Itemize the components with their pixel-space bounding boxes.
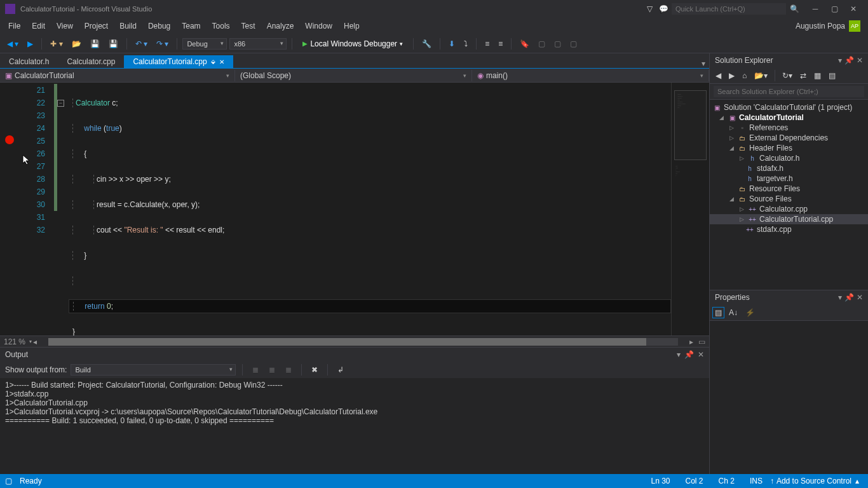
output-clear-icon[interactable]: ✖ [308,363,321,376]
code-editor[interactable]: 212223242526272829303132 − Calculator c;… [0,83,709,336]
maximize-button[interactable]: ▢ [825,4,844,13]
close-button[interactable]: ✕ [844,4,863,13]
scroll-left-icon[interactable]: ◂ [32,337,38,346]
source-control-add-icon[interactable]: ↑ [770,477,776,485]
se-collapse-icon[interactable]: ⇄ [797,69,810,82]
menu-tools[interactable]: Tools [207,19,236,33]
se-refresh-icon[interactable]: ↻▾ [779,69,796,82]
menu-help[interactable]: Help [338,19,365,33]
menu-team[interactable]: Team [176,19,206,33]
output-wrap-icon[interactable]: ↲ [334,363,347,376]
notifications-icon[interactable]: ▽ [644,3,656,15]
se-back-icon[interactable]: ◀ [712,69,724,82]
menu-view[interactable]: View [51,19,79,33]
se-drop-icon[interactable]: ▾ [838,56,842,65]
se-sync-icon[interactable]: 📂▾ [751,69,771,82]
source-control-drop-icon[interactable]: ▴ [851,477,863,485]
folder-icon: 🗀 [738,184,747,193]
undo-icon[interactable]: ↶ ▾ [132,37,151,50]
menu-edit[interactable]: Edit [26,19,51,33]
se-props-icon[interactable]: ▤ [825,69,839,82]
output-tb-2[interactable]: ≣ [266,363,278,376]
nav-scope-combo[interactable]: (Global Scope) [235,70,472,81]
output-close-icon[interactable]: ✕ [698,350,704,359]
prop-pin-icon[interactable]: 📌 [844,293,854,302]
se-fwd-icon[interactable]: ▶ [726,69,738,82]
tab-calculator-h[interactable]: Calculator.h [0,55,58,68]
output-tb-1[interactable]: ≣ [249,363,262,376]
prop-close-icon[interactable]: ✕ [857,293,863,302]
menu-analyze[interactable]: Analyze [261,19,300,33]
save-icon[interactable]: 💾 [87,37,103,50]
nav-member-combo[interactable]: ◉main() [472,70,709,81]
config-combo[interactable]: Debug [182,38,227,50]
se-pin-icon[interactable]: 📌 [844,56,854,65]
pin-icon[interactable]: ⬙ [211,58,215,65]
indent-icon[interactable]: ≡ [482,37,492,50]
solution-tree[interactable]: ▣Solution 'CalculatorTutorial' (1 projec… [710,100,868,290]
feedback-icon[interactable]: 💬 [656,3,672,15]
h-scrollbar[interactable] [48,338,678,346]
nav-fwd-icon[interactable]: ▶ [24,37,36,50]
quick-launch-input[interactable] [672,3,786,15]
prop-events-icon[interactable]: ⚡ [742,306,758,319]
platform-combo[interactable]: x86 [229,38,287,50]
step-over-icon[interactable]: ⤵ [461,37,471,50]
breakpoint-icon[interactable] [5,135,14,144]
output-tb-3[interactable]: ≣ [282,363,295,376]
output-pin-icon[interactable]: 📌 [684,350,694,359]
source-control-button[interactable]: Add to Source Control [776,477,851,485]
prop-az-icon[interactable]: A↓ [726,306,741,319]
outdent-icon[interactable]: ≡ [495,37,506,50]
redo-icon[interactable]: ↷ ▾ [153,37,172,50]
tab-calculator-cpp[interactable]: Calculator.cpp [58,55,124,68]
tb-icon-b[interactable]: ▢ [551,37,564,50]
menu-build[interactable]: Build [114,19,142,33]
search-icon[interactable]: 🔍 [790,4,799,13]
nav-back-icon[interactable]: ◀ ▾ [4,37,22,50]
breakpoint-margin[interactable] [0,83,19,336]
tb-icon-1[interactable]: 🔧 [419,37,435,50]
se-showall-icon[interactable]: ▦ [811,69,824,82]
fold-toggle-icon[interactable]: − [57,100,64,107]
menu-project[interactable]: Project [79,19,114,33]
new-project-icon[interactable]: ✚ ▾ [47,37,65,50]
split-icon[interactable]: ▭ [695,337,709,346]
properties-toolbar: ▤ A↓ ⚡ [710,304,868,321]
step-into-icon[interactable]: ⬇ [445,37,458,50]
toolbar: ◀ ▾ ▶ ✚ ▾ 📂 💾 💾 ↶ ▾ ↷ ▾ Debug x86 Local … [0,34,868,53]
properties-title: Properties [715,293,750,302]
menu-window[interactable]: Window [299,19,338,33]
se-toolbar: ◀ ▶ ⌂ 📂▾ ↻▾ ⇄ ▦ ▤ [710,67,868,84]
run-button[interactable]: Local Windows Debugger ▾ [297,38,408,50]
fold-margin[interactable]: − [57,83,69,336]
zoom-combo[interactable]: 121 % [0,337,29,346]
output-source-combo[interactable]: Build [71,364,236,376]
tb-icon-c[interactable]: ▢ [567,37,580,50]
scroll-right-icon[interactable]: ▸ [688,337,695,346]
tabs-overflow-icon[interactable]: ▾ [698,59,709,68]
status-console-icon[interactable]: ▢ [5,477,12,485]
cpp-file-icon: ++ [748,205,757,214]
menu-test[interactable]: Test [236,19,261,33]
tab-calculatortutorial-cpp[interactable]: CalculatorTutorial.cpp ⬙ ✕ [124,55,233,68]
se-search-input[interactable] [714,86,864,97]
bookmark-icon[interactable]: 🔖 [517,37,532,50]
prop-drop-icon[interactable]: ▾ [838,293,842,302]
se-close-icon[interactable]: ✕ [857,56,863,65]
output-dropdown-icon[interactable]: ▾ [677,350,681,359]
minimize-button[interactable]: ─ [806,4,825,13]
close-tab-icon[interactable]: ✕ [219,58,224,65]
menu-debug[interactable]: Debug [142,19,176,33]
menu-file[interactable]: File [3,19,26,33]
save-all-icon[interactable]: 💾 [105,37,121,50]
avatar-icon[interactable]: AP [849,20,860,32]
minimap[interactable]: ─────────────────────────────────────── … [671,83,709,336]
nav-project-combo[interactable]: ▣CalculatorTutorial [0,70,235,81]
prop-cat-icon[interactable]: ▤ [712,307,724,318]
open-icon[interactable]: 📂 [69,37,85,50]
user-name[interactable]: Augustin Popa [796,22,845,30]
se-home-icon[interactable]: ⌂ [739,69,750,82]
output-text[interactable]: 1>------ Build started: Project: Calcula… [0,378,709,474]
tb-icon-a[interactable]: ▢ [535,37,548,50]
